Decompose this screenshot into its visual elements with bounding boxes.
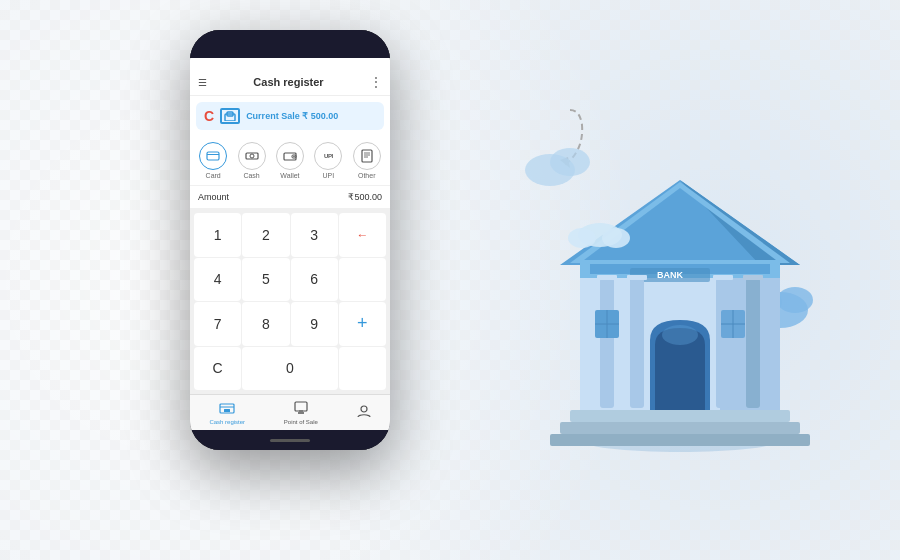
svg-rect-9: [362, 150, 372, 162]
cash-icon[interactable]: [238, 142, 266, 170]
svg-rect-45: [560, 422, 800, 434]
wallet-icon[interactable]: [276, 142, 304, 170]
nav-pos-label: Point of Sale: [284, 419, 318, 425]
home-indicator: [270, 439, 310, 442]
payment-upi[interactable]: UPI UPI: [314, 142, 342, 179]
svg-point-22: [550, 148, 590, 176]
bottom-nav: Cash register Point of Sale: [190, 394, 390, 430]
nav-cash-register[interactable]: Cash register: [209, 401, 245, 425]
payment-other[interactable]: Other: [353, 142, 381, 179]
svg-rect-16: [295, 402, 307, 411]
svg-point-55: [568, 228, 596, 248]
phone-top-bar: [190, 30, 390, 58]
key-3[interactable]: 3: [291, 213, 338, 257]
other-label: Other: [358, 172, 376, 179]
svg-point-19: [361, 406, 367, 412]
svg-point-56: [602, 228, 630, 248]
payment-methods: Card Cash: [190, 136, 390, 186]
status-bar: 15:08 ▂▄ 54% 15:08: [190, 58, 390, 69]
payment-card[interactable]: Card: [199, 142, 227, 179]
key-2[interactable]: 2: [242, 213, 289, 257]
phone-screen: ☰ Cash register ⋮ C Current Sale ₹ 500.0…: [190, 69, 390, 430]
svg-rect-15: [224, 409, 230, 412]
scene: 15:08 ▂▄ 54% 15:08 ☰ Cash register ⋮ C: [0, 0, 900, 560]
cash-register-nav-icon: [219, 401, 235, 418]
key-7[interactable]: 7: [194, 302, 241, 346]
profile-nav-icon: [357, 404, 371, 421]
payment-wallet[interactable]: Wallet: [276, 142, 304, 179]
current-sale-label: Current Sale ₹ 500.00: [246, 111, 338, 121]
app-title: Cash register: [253, 76, 323, 88]
key-4[interactable]: 4: [194, 258, 241, 302]
payment-cash[interactable]: Cash: [238, 142, 266, 179]
status-time: 15:08: [198, 60, 216, 67]
battery-icon: 54%: [353, 61, 365, 67]
svg-rect-36: [600, 278, 614, 408]
bank-building-illustration: BANK: [520, 80, 840, 460]
key-empty-1: [339, 258, 386, 302]
nav-cash-register-label: Cash register: [209, 419, 245, 425]
time-icon: 15:08: [367, 61, 382, 67]
current-sale-banner[interactable]: C Current Sale ₹ 500.00: [196, 102, 384, 130]
svg-point-47: [662, 325, 698, 345]
numpad: 1 2 3 ← 4 5 6 7 8 9 + C 0: [190, 209, 390, 394]
svg-rect-2: [207, 152, 219, 160]
svg-rect-43: [743, 275, 763, 280]
key-empty-2: [339, 347, 386, 391]
key-8[interactable]: 8: [242, 302, 289, 346]
key-plus[interactable]: +: [339, 302, 386, 346]
upi-label: UPI: [323, 172, 335, 179]
nav-point-of-sale[interactable]: Point of Sale: [284, 401, 318, 425]
wallet-label: Wallet: [280, 172, 299, 179]
amount-row: Amount ₹500.00: [190, 186, 390, 209]
svg-rect-44: [570, 410, 790, 422]
key-clear[interactable]: C: [194, 347, 241, 391]
more-options-icon[interactable]: ⋮: [370, 75, 382, 89]
key-0[interactable]: 0: [242, 347, 338, 391]
svg-rect-38: [716, 278, 730, 408]
card-label: Card: [206, 172, 221, 179]
svg-point-25: [777, 287, 813, 313]
svg-rect-41: [627, 275, 647, 280]
clear-icon: C: [204, 108, 214, 124]
card-icon[interactable]: [199, 142, 227, 170]
phone-bottom: [190, 430, 390, 450]
key-5[interactable]: 5: [242, 258, 289, 302]
svg-rect-39: [746, 278, 760, 408]
other-icon[interactable]: [353, 142, 381, 170]
key-9[interactable]: 9: [291, 302, 338, 346]
svg-rect-46: [550, 434, 810, 446]
svg-text:BANK: BANK: [657, 270, 683, 280]
cash-label: Cash: [243, 172, 259, 179]
svg-rect-42: [713, 275, 733, 280]
signal-icon: ▂▄: [342, 60, 351, 67]
key-1[interactable]: 1: [194, 213, 241, 257]
status-icons: ▂▄ 54% 15:08: [342, 60, 382, 67]
svg-rect-37: [630, 278, 644, 408]
phone-device: 15:08 ▂▄ 54% 15:08 ☰ Cash register ⋮ C: [190, 30, 390, 450]
app-header: ☰ Cash register ⋮: [190, 69, 390, 96]
key-backspace[interactable]: ←: [339, 213, 386, 257]
upi-icon[interactable]: UPI: [314, 142, 342, 170]
sale-box-icon: [220, 108, 240, 124]
svg-rect-40: [597, 275, 617, 280]
nav-profile[interactable]: [357, 404, 371, 422]
svg-point-8: [293, 156, 295, 158]
amount-label: Amount: [198, 192, 229, 202]
key-6[interactable]: 6: [291, 258, 338, 302]
menu-icon[interactable]: ☰: [198, 77, 207, 88]
svg-point-5: [250, 154, 254, 158]
amount-value: ₹500.00: [348, 192, 382, 202]
pos-nav-icon: [293, 401, 309, 418]
